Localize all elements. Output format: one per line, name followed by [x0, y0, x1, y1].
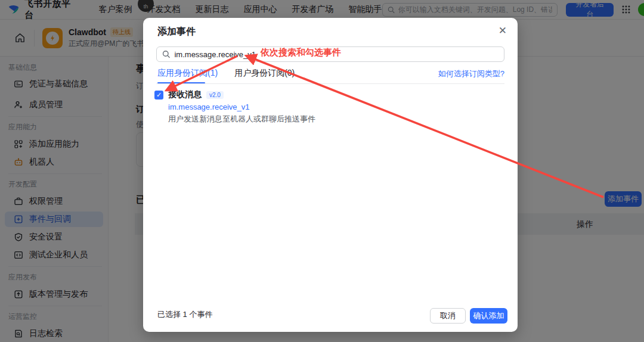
cancel-button[interactable]: 取消 — [430, 308, 466, 324]
active-tab-underline — [157, 82, 205, 83]
event-list-item: ✓ 接收消息 v2.0 im.message.receive_v1 用户发送新消… — [154, 89, 315, 125]
search-icon — [162, 50, 170, 58]
tab-app-subscription[interactable]: 应用身份订阅(1) — [157, 68, 218, 79]
tab-user-subscription[interactable]: 用户身份订阅(0) — [234, 68, 295, 79]
event-description: 用户发送新消息至机器人或群聊后推送事件 — [168, 114, 315, 125]
subscription-tabs: 应用身份订阅(1) 用户身份订阅(0) — [157, 68, 295, 79]
add-event-modal: 添加事件 ✕ 应用身份订阅(1) 用户身份订阅(0) 如何选择订阅类型? ✓ 接… — [143, 18, 518, 332]
event-search-input[interactable] — [174, 50, 499, 59]
event-checkbox[interactable]: ✓ — [154, 91, 163, 100]
screen: 飞书开放平台 客户案例 开发文档 更新日志 应用中心 开发者广场 智能助手 开发… — [0, 0, 644, 342]
event-name: 接收消息 — [168, 89, 202, 100]
close-icon[interactable]: ✕ — [499, 24, 507, 37]
help-link[interactable]: 如何选择订阅类型? — [438, 69, 504, 79]
event-version-badge: v2.0 — [206, 91, 224, 99]
confirm-add-button[interactable]: 确认添加 — [470, 308, 507, 324]
selected-count: 已选择 1 个事件 — [157, 309, 212, 320]
event-key-link[interactable]: im.message.receive_v1 — [168, 102, 315, 111]
event-search-box[interactable] — [156, 46, 504, 62]
modal-title: 添加事件 — [157, 26, 196, 38]
divider — [156, 83, 504, 84]
